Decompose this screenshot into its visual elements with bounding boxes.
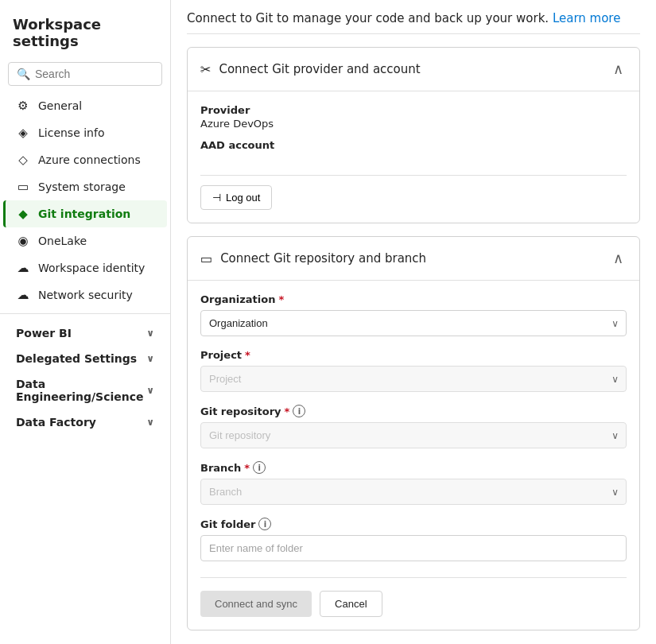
repo-card-collapse-button[interactable]: ∧ [610,248,627,269]
git-repository-select-wrapper: Git repository ∨ [200,422,627,448]
repo-card-icon: ▭ [200,251,212,266]
project-label: Project * [200,349,627,361]
provider-card-icon: ✂ [200,62,211,77]
chevron-down-icon: ∨ [146,385,154,396]
sidebar-item-label: Git integration [38,208,130,220]
aad-label: AAD account [200,139,627,151]
storage-icon: ▭ [16,180,30,194]
git-folder-info-icon[interactable]: i [258,518,271,530]
repo-card: ▭ Connect Git repository and branch ∧ Or… [187,236,640,630]
repo-card-body: Organization * Organization ∨ Project * [188,281,639,630]
sidebar-item-azure-connections[interactable]: ◇ Azure connections [3,146,167,173]
sidebar-item-label: OneLake [38,235,87,247]
branch-row: Branch * i Branch ∨ [200,461,627,505]
sidebar-item-git-integration[interactable]: ◆ Git integration [3,200,167,227]
section-label: Data Engineering/Science [16,378,146,403]
general-icon: ⚙ [16,99,30,113]
organization-select-wrapper: Organization ∨ [200,310,627,336]
section-label: Data Factory [16,416,96,429]
branch-select[interactable]: Branch [200,479,627,505]
search-box[interactable]: 🔍 [8,62,162,86]
branch-info-icon[interactable]: i [253,461,266,474]
provider-card-body: Provider Azure DevOps AAD account ⊣ Log … [188,91,639,223]
sidebar: Workspace settings 🔍 ⚙ General ◈ License… [0,0,171,644]
header-description: Connect to Git to manage your code and b… [187,11,549,25]
git-folder-row: Git folder i [200,518,627,561]
git-repository-select[interactable]: Git repository [200,422,627,448]
sidebar-section-power-bi[interactable]: Power BI ∨ [3,319,167,344]
provider-card-title-row: ✂ Connect Git provider and account [200,62,421,77]
sidebar-item-label: License info [38,126,105,139]
sidebar-section-delegated-settings[interactable]: Delegated Settings ∨ [3,344,167,370]
git-folder-input[interactable] [200,535,627,561]
chevron-down-icon: ∨ [146,328,154,339]
search-input[interactable] [35,68,153,80]
provider-card-header: ✂ Connect Git provider and account ∧ [188,48,639,91]
chevron-down-icon: ∨ [146,417,154,428]
connect-sync-button[interactable]: Connect and sync [200,591,312,617]
provider-card-collapse-button[interactable]: ∧ [610,59,627,80]
search-icon: 🔍 [17,68,30,80]
main-header: Connect to Git to manage your code and b… [187,0,640,34]
main-content: Connect to Git to manage your code and b… [171,0,656,644]
branch-select-wrapper: Branch ∨ [200,479,627,505]
sidebar-item-label: Azure connections [38,153,141,166]
sidebar-item-label: General [38,99,82,112]
project-select[interactable]: Project [200,366,627,392]
action-row: Connect and sync Cancel [200,577,627,617]
section-label: Power BI [16,327,72,339]
branch-required: * [244,462,250,474]
sidebar-item-system-storage[interactable]: ▭ System storage [3,173,167,200]
license-icon: ◈ [16,126,30,140]
git-repository-required: * [285,405,290,417]
git-icon: ◆ [16,207,30,221]
repo-card-title-row: ▭ Connect Git repository and branch [200,251,426,266]
logout-icon: ⊣ [212,192,221,204]
network-security-icon: ☁ [16,288,30,302]
provider-value: Azure DevOps [200,118,627,130]
repo-card-header: ▭ Connect Git repository and branch ∧ [188,237,639,281]
sidebar-item-label: Workspace identity [38,262,145,274]
organization-required: * [278,293,284,305]
sidebar-item-network-security[interactable]: ☁ Network security [3,281,167,308]
section-label: Delegated Settings [16,352,137,365]
provider-card: ✂ Connect Git provider and account ∧ Pro… [187,47,640,223]
provider-label: Provider [200,104,627,116]
project-select-wrapper: Project ∨ [200,366,627,392]
onelake-icon: ◉ [16,234,30,248]
aad-value [200,153,627,165]
organization-row: Organization * Organization ∨ [200,293,627,336]
sidebar-item-workspace-identity[interactable]: ☁ Workspace identity [3,254,167,281]
cancel-button[interactable]: Cancel [320,591,382,617]
sidebar-item-general[interactable]: ⚙ General [3,92,167,119]
project-required: * [245,349,250,361]
git-repository-row: Git repository * i Git repository ∨ [200,405,627,448]
logout-button[interactable]: ⊣ Log out [200,185,272,210]
git-folder-label: Git folder i [200,518,627,530]
learn-more-link[interactable]: Learn more [553,11,621,25]
organization-label: Organization * [200,293,627,305]
sidebar-item-label: System storage [38,180,126,193]
repo-card-title: Connect Git repository and branch [220,251,426,266]
project-row: Project * Project ∨ [200,349,627,392]
git-repository-info-icon[interactable]: i [293,405,305,417]
organization-select[interactable]: Organization [200,310,627,336]
workspace-identity-icon: ☁ [16,261,30,275]
logout-label: Log out [226,192,260,204]
branch-label: Branch * i [200,461,627,474]
azure-icon: ◇ [16,153,30,167]
page-title: Workspace settings [0,6,170,62]
sidebar-item-onelake[interactable]: ◉ OneLake [3,227,167,254]
sidebar-section-data-factory[interactable]: Data Factory ∨ [3,408,167,433]
sidebar-item-license-info[interactable]: ◈ License info [3,119,167,146]
chevron-down-icon: ∨ [146,353,154,364]
sidebar-section-data-engineering[interactable]: Data Engineering/Science ∨ [3,370,167,408]
provider-card-title: Connect Git provider and account [219,62,420,76]
git-repository-label: Git repository * i [200,405,627,417]
sidebar-item-label: Network security [38,289,133,301]
